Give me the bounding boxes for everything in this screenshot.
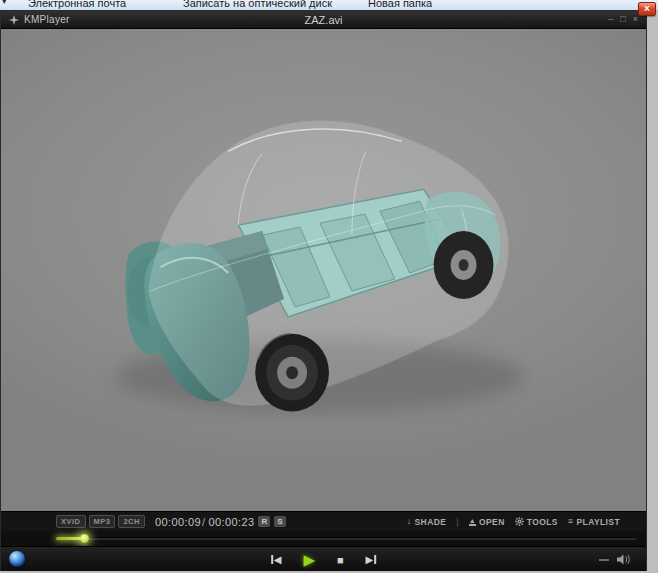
- tools-button[interactable]: TOOLS: [515, 517, 558, 527]
- toolbar-item-email[interactable]: Электронная почта: [28, 0, 126, 9]
- time-current: 00:00:09: [155, 516, 201, 528]
- time-separator: /: [202, 516, 205, 528]
- volume-area: [599, 547, 632, 572]
- toolbar-item-burn-disc[interactable]: Записать на оптический диск: [183, 0, 332, 9]
- control-menu: ↓ SHADE | ▲ OPEN: [407, 517, 620, 527]
- time-display: 00:00:09 / 00:00:23: [155, 516, 255, 528]
- playlist-button[interactable]: ≡ PLAYLIST: [568, 517, 620, 527]
- player-statusbar: XVID MP3 2CH 00:00:09 / 00:00:23 R S ↓ S…: [1, 511, 646, 531]
- time-total: 00:00:23: [208, 516, 254, 528]
- kmplayer-window: KMPlayer ZAZ.avi – □ ×: [0, 10, 647, 571]
- previous-button[interactable]: ◀: [271, 554, 282, 565]
- playing-filename: ZAZ.avi: [1, 14, 646, 26]
- eject-icon: ▲: [469, 518, 476, 526]
- sequence-toggle[interactable]: S: [274, 516, 285, 527]
- next-icon: ▶: [366, 554, 374, 565]
- stop-button[interactable]: ■: [337, 554, 344, 566]
- previous-icon: ◀: [274, 554, 282, 565]
- video-area[interactable]: [1, 29, 646, 511]
- background-explorer-toolbar: ▾ Электронная почта Записать на оптическ…: [0, 0, 658, 10]
- app-name: KMPlayer: [24, 14, 70, 25]
- stop-icon: ■: [337, 554, 344, 566]
- player-titlebar: KMPlayer ZAZ.avi – □ ×: [1, 11, 646, 29]
- maximize-button[interactable]: □: [620, 15, 625, 24]
- car-rear-wheel: [434, 231, 494, 299]
- next-button[interactable]: ▶: [366, 554, 377, 565]
- channels-badge: 2CH: [118, 515, 145, 528]
- transport-bar: ◀ ▶ ■ ▶: [1, 546, 646, 571]
- minimize-button[interactable]: –: [608, 15, 613, 24]
- seek-row: [1, 531, 646, 546]
- background-window-close-button[interactable]: ×: [638, 2, 656, 16]
- audio-codec-badge: MP3: [89, 515, 116, 528]
- chevron-down-icon[interactable]: ▾: [2, 0, 7, 6]
- car-front-wheel: [255, 334, 329, 412]
- kmplayer-menu-orb[interactable]: [9, 551, 25, 567]
- seek-track[interactable]: [56, 537, 636, 540]
- transport-buttons: ◀ ▶ ■ ▶: [271, 547, 377, 572]
- playlist-icon: ≡: [568, 517, 574, 526]
- seek-progress: [56, 537, 85, 540]
- menu-divider: |: [456, 517, 458, 527]
- previous-bar-icon: [271, 555, 273, 564]
- shade-button[interactable]: ↓ SHADE: [407, 517, 447, 527]
- shade-arrow-icon: ↓: [407, 517, 412, 526]
- desktop: ▾ Электронная почта Записать на оптическ…: [0, 0, 658, 573]
- video-codec-badge: XVID: [56, 515, 86, 528]
- close-button[interactable]: ×: [633, 15, 638, 24]
- open-button[interactable]: ▲ OPEN: [469, 517, 505, 527]
- repeat-toggle[interactable]: R: [258, 516, 270, 527]
- volume-slider[interactable]: [599, 559, 609, 561]
- toolbar-item-new-folder[interactable]: Новая папка: [368, 0, 432, 9]
- play-icon: ▶: [303, 551, 315, 569]
- next-bar-icon: [374, 555, 376, 564]
- speaker-icon[interactable]: [617, 554, 632, 565]
- play-button[interactable]: ▶: [303, 551, 315, 569]
- seek-handle[interactable]: [80, 534, 89, 543]
- gear-icon: [515, 517, 524, 526]
- window-controls: – □ ×: [608, 15, 638, 24]
- video-content-car: [1, 29, 646, 511]
